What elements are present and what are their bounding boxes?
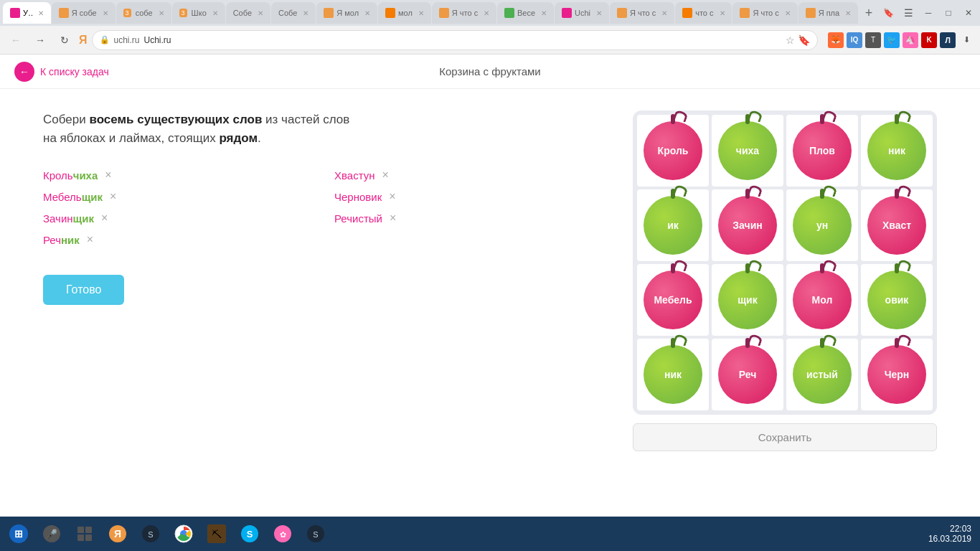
tab-2[interactable]: Я собе ✕	[52, 2, 116, 24]
fruit-cell-1-0[interactable]: ик	[637, 189, 709, 261]
tab-active[interactable]: Уч ✕	[3, 2, 51, 24]
taskbar-skype[interactable]: S	[234, 519, 265, 549]
tab-3-close[interactable]: ✕	[159, 9, 164, 17]
download-icon[interactable]: ⬇	[958, 32, 974, 48]
ext-iq[interactable]: IQ	[847, 32, 862, 48]
tab-8-close[interactable]: ✕	[418, 9, 424, 17]
fruit-apple-krol[interactable]: Кроль	[644, 121, 702, 180]
ext-6[interactable]: Л	[940, 32, 956, 48]
bookmark-icon[interactable]: 🔖	[880, 4, 897, 22]
ready-button[interactable]: Готово	[43, 275, 124, 305]
taskbar-app1[interactable]: ✿	[267, 519, 298, 549]
taskbar-steam2[interactable]: S	[300, 519, 331, 549]
tab-11-close[interactable]: ✕	[596, 9, 602, 17]
taskbar-steam[interactable]: S	[135, 519, 166, 549]
reload-button[interactable]: ↻	[55, 30, 75, 50]
fruit-lime-un[interactable]: ун	[793, 196, 852, 255]
fruit-cell-1-3[interactable]: Хваст	[861, 189, 933, 261]
tab-15[interactable]: Я пла ✕	[798, 2, 858, 24]
new-tab-button[interactable]: +	[859, 3, 879, 23]
tab-5-close[interactable]: ✕	[258, 9, 263, 17]
fruit-cell-2-3[interactable]: овик	[861, 264, 933, 336]
answer-5-remove[interactable]: ×	[101, 212, 108, 225]
close-button[interactable]: ✕	[960, 4, 977, 22]
taskbar-start[interactable]: ⊞	[3, 519, 34, 549]
tab-13-close[interactable]: ✕	[720, 9, 725, 17]
fruit-apple-mol[interactable]: Мол	[793, 270, 852, 329]
tab-close-icon[interactable]: ✕	[38, 9, 44, 17]
fruit-cell-3-0[interactable]: ник	[637, 339, 709, 410]
fruit-cell-3-2[interactable]: истый	[786, 339, 858, 410]
bookmark-bar-icon[interactable]: 🔖	[798, 34, 810, 46]
fruit-lime-shik[interactable]: щик	[718, 270, 777, 329]
forward-nav-button[interactable]: →	[30, 30, 50, 50]
star-icon[interactable]: ☆	[786, 34, 795, 46]
fruit-cell-3-1[interactable]: Реч	[712, 339, 783, 410]
taskbar-chrome[interactable]	[168, 519, 199, 549]
ext-4[interactable]: 🦄	[903, 32, 918, 48]
tab-14[interactable]: Я что с ✕	[732, 2, 797, 24]
tab-9[interactable]: Я что с ✕	[432, 2, 496, 24]
fruit-cell-0-0[interactable]: Кроль	[637, 115, 709, 187]
ext-5[interactable]: K	[921, 32, 937, 48]
tab-10[interactable]: Весе ✕	[497, 2, 554, 24]
fruit-cell-0-2[interactable]: Плов	[786, 115, 858, 187]
tab-15-close[interactable]: ✕	[845, 9, 851, 17]
tab-7[interactable]: Я мол ✕	[316, 2, 377, 24]
save-button[interactable]: Сохранить	[633, 423, 937, 451]
fruit-cell-3-3[interactable]: Черн	[861, 339, 933, 410]
tab-6-close[interactable]: ✕	[303, 9, 308, 17]
fruit-apple-zachin[interactable]: Зачин	[718, 196, 777, 255]
tab-9-close[interactable]: ✕	[484, 9, 489, 17]
fruit-cell-1-2[interactable]: ун	[786, 189, 858, 261]
tab-4-close[interactable]: ✕	[212, 9, 218, 17]
answer-6-remove[interactable]: ×	[390, 212, 396, 225]
fruit-lime-ovik[interactable]: овик	[867, 270, 926, 329]
tab-3[interactable]: 3 собе ✕	[116, 2, 171, 24]
fruit-lime-ik[interactable]: ик	[644, 196, 702, 255]
back-nav-button[interactable]: ←	[6, 30, 26, 50]
fruit-apple-mebel[interactable]: Мебель	[644, 270, 702, 329]
ext-3[interactable]: 🐦	[884, 32, 900, 48]
ext-2[interactable]: T	[865, 32, 881, 48]
menu-icon[interactable]: ☰	[900, 4, 917, 22]
answer-7-remove[interactable]: ×	[87, 233, 93, 246]
tab-6[interactable]: Собе ✕	[271, 2, 316, 24]
fruit-cell-2-2[interactable]: Мол	[786, 264, 858, 336]
taskbar-grid[interactable]	[69, 519, 100, 549]
tab-12-close[interactable]: ✕	[661, 9, 667, 17]
ext-1[interactable]: 🦊	[828, 32, 844, 48]
answer-1-remove[interactable]: ×	[105, 169, 111, 182]
fruit-cell-0-3[interactable]: ник	[861, 115, 933, 187]
answer-2-remove[interactable]: ×	[382, 169, 388, 182]
taskbar-mic[interactable]: 🎤	[36, 519, 67, 549]
minimize-button[interactable]: ─	[920, 4, 937, 22]
fruit-cell-2-0[interactable]: Мебель	[637, 264, 709, 336]
taskbar-minecraft[interactable]: ⛏	[201, 519, 232, 549]
tab-2-close[interactable]: ✕	[103, 9, 108, 17]
tab-7-close[interactable]: ✕	[364, 9, 370, 17]
tab-4[interactable]: 3 Шко ✕	[172, 2, 225, 24]
answer-3-remove[interactable]: ×	[110, 190, 116, 203]
answer-4-remove[interactable]: ×	[389, 190, 395, 203]
address-bar[interactable]: 🔒 uchi.ru Uchi.ru ☆ 🔖	[92, 30, 819, 50]
fruit-lime-nik2[interactable]: ник	[644, 345, 702, 404]
fruit-lime-isty[interactable]: истый	[793, 345, 852, 404]
fruit-lime-chiha[interactable]: чиха	[718, 121, 777, 180]
tab-8[interactable]: мол ✕	[378, 2, 431, 24]
taskbar-yandex[interactable]: Я	[102, 519, 133, 549]
fruit-cell-2-1[interactable]: щик	[712, 264, 783, 336]
fruit-apple-rech[interactable]: Реч	[718, 345, 777, 404]
back-to-list-button[interactable]: ← К списку задач	[14, 62, 109, 82]
tab-11[interactable]: Uchi ✕	[555, 2, 609, 24]
fruit-cell-1-1[interactable]: Зачин	[712, 189, 783, 261]
fruit-apple-chern[interactable]: Черн	[867, 345, 926, 404]
fruit-cell-0-1[interactable]: чиха	[712, 115, 783, 187]
tab-5[interactable]: Собе ✕	[226, 2, 270, 24]
tab-10-close[interactable]: ✕	[541, 9, 547, 17]
tab-13[interactable]: что с ✕	[675, 2, 732, 24]
fruit-apple-plov[interactable]: Плов	[793, 121, 852, 180]
tab-14-close[interactable]: ✕	[785, 9, 791, 17]
tab-12[interactable]: Я что с ✕	[610, 2, 674, 24]
fruit-lime-nik[interactable]: ник	[867, 121, 926, 180]
